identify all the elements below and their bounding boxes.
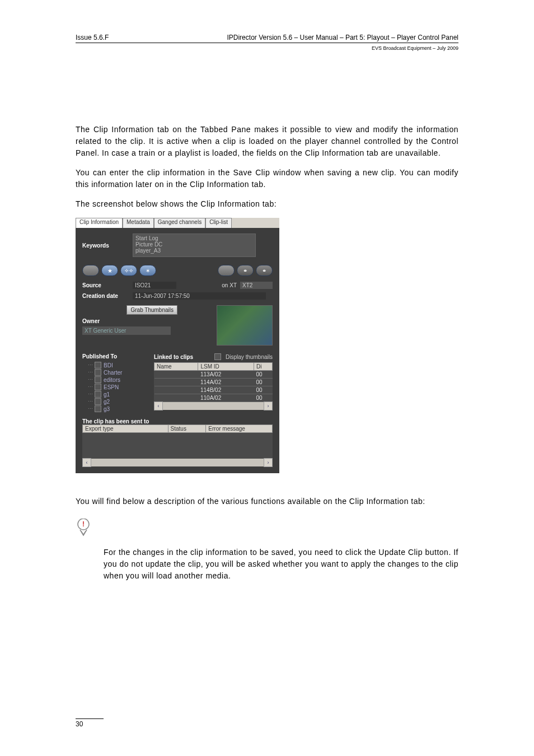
tab-metadata[interactable]: Metadata — [123, 218, 154, 228]
pill-link-icon-1[interactable]: ⚭ — [237, 265, 254, 276]
col-status[interactable]: Status — [168, 425, 206, 433]
tree-item[interactable]: Charter — [82, 369, 149, 376]
keywords-input[interactable]: Start Log Picture DC player_A3 — [133, 234, 256, 257]
sent-to-table: Export type Status Error message — [82, 424, 273, 433]
creation-date-label: Creation date — [82, 293, 133, 299]
paragraph-4: You will find below a description of the… — [76, 496, 458, 507]
paragraph-1: The Clip Information tab on the Tabbed P… — [76, 124, 458, 159]
table-row[interactable]: 114A/0200 — [154, 379, 273, 386]
pill-stars-icon[interactable]: ✧✧ — [120, 265, 137, 276]
pill-link-icon-2[interactable]: ⚭ — [256, 265, 273, 276]
note-text: For the changes in the clip information … — [76, 547, 458, 582]
owner-input[interactable]: XT Generic User — [82, 326, 171, 335]
tree-item[interactable]: g1 — [82, 391, 149, 398]
checkbox-icon[interactable] — [95, 384, 101, 390]
checkbox-icon[interactable] — [95, 369, 101, 376]
sent-to-label: The clip has been sent to — [82, 418, 273, 424]
checkbox-icon[interactable] — [95, 391, 101, 398]
thumbnail-preview — [217, 305, 273, 346]
col-di[interactable]: Di — [254, 363, 273, 371]
checkbox-icon[interactable] — [95, 398, 101, 405]
action-pills: ★ ✧✧ ✶ ⚭ ⚭ — [82, 265, 273, 276]
published-tree: BDI Charter editors ESPN g1 g2 g3 — [82, 362, 149, 412]
tree-item[interactable]: ESPN — [82, 384, 149, 390]
pill-button-5[interactable] — [218, 265, 235, 276]
col-error-message[interactable]: Error message — [206, 425, 273, 433]
col-export-type[interactable]: Export type — [83, 425, 168, 433]
tab-clip-information[interactable]: Clip Information — [76, 218, 123, 228]
tab-clip-list[interactable]: Clip-list — [205, 218, 232, 228]
scroll-left-icon[interactable]: ‹ — [82, 458, 91, 467]
scroll-right-icon[interactable]: › — [264, 458, 273, 467]
grab-thumbnails-button[interactable]: Grab Thumbnails — [127, 305, 177, 315]
tree-item[interactable]: g2 — [82, 398, 149, 405]
note-block: ! — [76, 519, 458, 539]
source-input[interactable]: ISO21 — [133, 282, 176, 289]
checkbox-icon[interactable] — [95, 405, 101, 412]
published-to-label: Published To — [82, 353, 149, 360]
pill-gear-icon[interactable]: ✶ — [139, 265, 156, 276]
doc-subtitle: EVS Broadcast Equipment – July 2009 — [76, 45, 458, 51]
tree-item[interactable]: editors — [82, 376, 149, 383]
onxt-label: on XT — [222, 282, 237, 288]
scroll-right-icon[interactable]: › — [264, 402, 273, 410]
source-label: Source — [82, 282, 133, 288]
linked-clips-table: Name LSM ID Di 113A/0200 114A/0200 114B/… — [154, 362, 273, 402]
table-row[interactable]: 110A/0200 — [154, 394, 273, 402]
sent-to-body — [82, 433, 273, 459]
clip-info-screenshot: Clip Information Metadata Ganged channel… — [76, 218, 279, 473]
checkbox-icon[interactable] — [95, 362, 101, 368]
paragraph-3: The screenshot below shows the Clip Info… — [76, 198, 458, 210]
svg-text:!: ! — [82, 520, 85, 528]
display-thumbnails-checkbox[interactable] — [214, 353, 221, 360]
tree-item[interactable]: BDI — [82, 362, 149, 368]
creation-date-input[interactable]: 11-Jun-2007 17:57:50 — [133, 292, 266, 300]
pill-button-1[interactable] — [82, 265, 99, 276]
display-thumbnails-label: Display thumbnails — [226, 354, 273, 360]
issue-label: Issue 5.6.F — [76, 34, 109, 41]
keywords-label: Keywords — [82, 242, 133, 249]
doc-title: IPDirector Version 5.6 – User Manual – P… — [227, 34, 458, 41]
paragraph-2: You can enter the clip information in th… — [76, 167, 458, 190]
page-number: 30 — [76, 718, 104, 728]
page-header: Issue 5.6.F IPDirector Version 5.6 – Use… — [76, 34, 458, 43]
horizontal-scrollbar[interactable]: ‹ › — [154, 402, 273, 410]
note-icon: ! — [76, 519, 92, 539]
horizontal-scrollbar-bottom[interactable]: ‹ › — [82, 459, 273, 466]
scroll-left-icon[interactable]: ‹ — [154, 402, 163, 410]
col-name[interactable]: Name — [154, 363, 198, 371]
tab-bar: Clip Information Metadata Ganged channel… — [76, 218, 279, 228]
pill-star-icon[interactable]: ★ — [101, 265, 118, 276]
tree-item[interactable]: g3 — [82, 405, 149, 412]
xt-input[interactable]: XT2 — [240, 282, 273, 289]
tab-ganged-channels[interactable]: Ganged channels — [154, 218, 205, 228]
linked-to-clips-label: Linked to clips — [154, 354, 193, 360]
table-row[interactable]: 113A/0200 — [154, 371, 273, 379]
owner-label: Owner — [82, 318, 177, 324]
col-lsmid[interactable]: LSM ID — [198, 363, 254, 371]
table-row[interactable]: 114B/0200 — [154, 386, 273, 394]
checkbox-icon[interactable] — [95, 376, 101, 383]
